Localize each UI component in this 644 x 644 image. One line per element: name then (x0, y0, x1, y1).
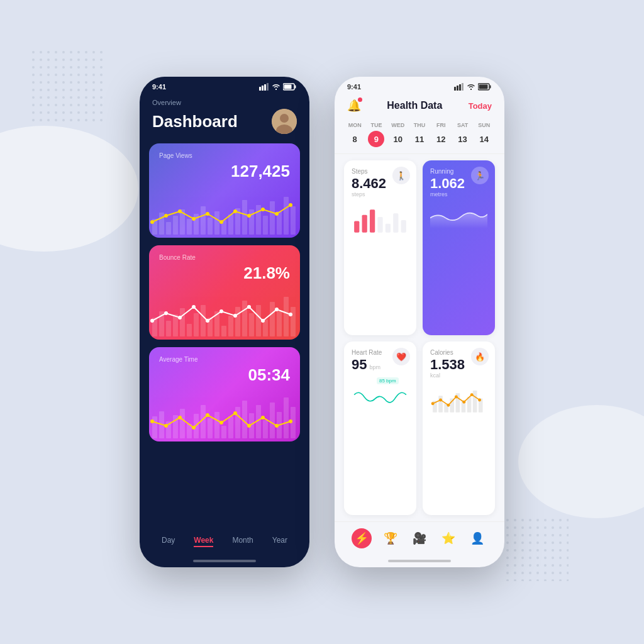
svg-rect-127 (450, 399, 454, 413)
svg-rect-16 (166, 222, 171, 235)
steps-card[interactable]: Steps 🚶 8.462 steps (344, 160, 416, 335)
svg-rect-51 (187, 324, 192, 336)
svg-point-41 (233, 209, 237, 213)
light-signal-icon (454, 83, 464, 91)
svg-rect-97 (284, 397, 289, 438)
today-button[interactable]: Today (469, 101, 492, 111)
calories-card[interactable]: Calories 🔥 1.538 kcal (423, 341, 495, 515)
svg-point-73 (233, 314, 237, 318)
svg-point-39 (206, 212, 209, 216)
light-nav-profile[interactable]: 👤 (467, 528, 487, 548)
svg-rect-25 (228, 214, 233, 235)
calories-unit: kcal (430, 372, 487, 379)
svg-rect-29 (256, 205, 261, 235)
svg-rect-86 (208, 418, 213, 438)
heart-rate-annotation: 85 bpm (377, 377, 399, 384)
svg-rect-112 (459, 84, 461, 91)
svg-rect-121 (386, 224, 391, 233)
running-chart (430, 203, 487, 231)
cal-wed[interactable]: WED 10 (390, 122, 406, 147)
svg-rect-57 (228, 316, 233, 336)
svg-point-108 (275, 424, 279, 428)
svg-point-36 (164, 214, 168, 218)
light-nav-video[interactable]: 🎥 (409, 528, 430, 548)
svg-rect-52 (194, 313, 199, 336)
heart-rate-unit: bpm (369, 364, 380, 370)
dark-phone: 9:41 (140, 77, 309, 567)
svg-rect-4 (259, 87, 261, 91)
svg-point-45 (289, 203, 292, 207)
steps-chart-svg (352, 203, 409, 237)
bounce-rate-chart (149, 289, 300, 340)
svg-rect-63 (270, 302, 275, 336)
svg-rect-53 (201, 305, 206, 336)
light-nav-trophy[interactable]: 🏆 (380, 528, 401, 548)
dots-pattern-2 (506, 518, 569, 581)
svg-point-99 (150, 419, 154, 423)
svg-rect-85 (201, 405, 206, 438)
svg-rect-31 (270, 201, 275, 235)
nav-month[interactable]: Month (232, 536, 253, 547)
svg-rect-88 (221, 426, 226, 438)
cal-fri[interactable]: FRI 12 (433, 122, 449, 147)
light-nav-star[interactable]: ⭐ (438, 528, 458, 548)
svg-rect-33 (284, 197, 289, 235)
light-wifi-icon (467, 83, 475, 91)
svg-rect-22 (208, 218, 213, 235)
svg-rect-87 (214, 412, 219, 438)
svg-rect-115 (490, 86, 491, 89)
cal-mon[interactable]: MON 8 (347, 122, 363, 147)
svg-rect-64 (277, 311, 282, 336)
dashboard-title: Dashboard (152, 112, 238, 131)
cal-sat[interactable]: SAT 13 (455, 122, 471, 147)
bg-decoration-2 (518, 405, 644, 518)
running-card[interactable]: Running 🏃 1.062 metres (423, 160, 495, 335)
nav-year[interactable]: Year (272, 536, 287, 547)
average-time-card[interactable]: Average Time 05:34 (149, 347, 300, 441)
light-nav-activity[interactable]: ⚡ (352, 528, 372, 548)
bounce-rate-card[interactable]: Bounce Rate 21.8% (149, 245, 300, 340)
svg-rect-89 (228, 416, 233, 438)
nav-day[interactable]: Day (162, 536, 175, 547)
heart-rate-card[interactable]: Heart Rate ❤️ 95 bpm 85 bpm (344, 341, 416, 515)
svg-rect-7 (267, 83, 269, 91)
svg-point-76 (275, 308, 279, 311)
cal-thu[interactable]: THU 11 (411, 122, 428, 147)
dark-status-icons (259, 83, 297, 91)
light-status-icons (454, 83, 492, 91)
notification-dot (358, 97, 362, 102)
light-time: 9:41 (347, 83, 361, 91)
svg-rect-95 (270, 402, 275, 438)
svg-point-101 (178, 416, 182, 419)
svg-point-72 (219, 309, 223, 313)
svg-point-106 (247, 424, 251, 428)
calories-icon: 🔥 (471, 348, 489, 365)
svg-point-139 (478, 399, 481, 402)
user-avatar[interactable] (272, 109, 297, 134)
page-views-value: 127,425 (159, 162, 290, 181)
svg-rect-65 (284, 297, 289, 336)
svg-rect-58 (235, 307, 240, 336)
page-views-card[interactable]: Page Views 127,425 (149, 143, 300, 238)
svg-rect-50 (180, 308, 185, 336)
dark-status-bar: 9:41 (140, 77, 309, 94)
svg-rect-110 (454, 87, 456, 91)
calories-chart-svg (430, 382, 487, 417)
calories-chart (430, 382, 487, 417)
dots-pattern-1 (31, 50, 107, 126)
heart-rate-chart: 85 bpm (352, 376, 409, 411)
svg-point-68 (164, 311, 168, 315)
nav-week[interactable]: Week (194, 536, 213, 547)
svg-point-105 (233, 411, 237, 415)
notification-bell[interactable]: 🔔 (347, 99, 361, 113)
svg-rect-61 (256, 305, 261, 336)
cal-tue[interactable]: TUE 9 (368, 122, 384, 147)
phones-container: 9:41 (140, 77, 504, 567)
svg-point-74 (247, 305, 251, 309)
light-battery-icon (478, 83, 492, 91)
light-home-indicator (388, 560, 451, 562)
svg-rect-60 (249, 313, 254, 336)
svg-rect-59 (242, 301, 247, 336)
svg-point-70 (192, 305, 196, 309)
cal-sun[interactable]: SUN 14 (476, 122, 492, 147)
